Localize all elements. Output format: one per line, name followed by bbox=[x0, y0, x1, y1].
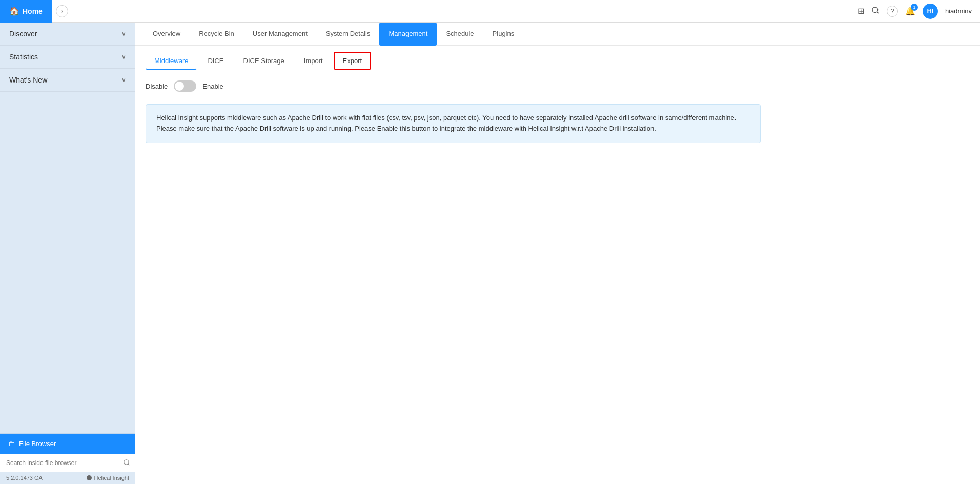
svg-point-4 bbox=[87, 475, 92, 480]
svg-line-1 bbox=[877, 12, 879, 13]
file-search-icon[interactable] bbox=[118, 455, 135, 472]
tab-schedule[interactable]: Schedule bbox=[437, 23, 483, 46]
home-button[interactable]: 🏠 Home bbox=[0, 0, 52, 23]
sidebar-footer: 🗀 File Browser 5.2.0.1473 GA Helical Ins… bbox=[0, 433, 135, 484]
tab-overview[interactable]: Overview bbox=[144, 23, 190, 46]
sidebar: Discover ∨ Statistics ∨ What's New ∨ 🗀 F… bbox=[0, 23, 135, 484]
sidebar-menu: Discover ∨ Statistics ∨ What's New ∨ bbox=[0, 23, 135, 433]
chevron-down-icon: ∨ bbox=[121, 30, 126, 37]
top-tabs-bar: Overview Recycle Bin User Management Sys… bbox=[135, 23, 980, 46]
notifications-icon[interactable]: 🔔 1 bbox=[905, 6, 915, 16]
sub-tab-middleware[interactable]: Middleware bbox=[146, 52, 197, 70]
sub-tab-import[interactable]: Import bbox=[295, 52, 332, 69]
chevron-right-icon: › bbox=[61, 8, 63, 15]
tab-user-management[interactable]: User Management bbox=[243, 23, 317, 46]
file-browser-label: File Browser bbox=[19, 440, 56, 448]
folder-icon: 🗀 bbox=[8, 440, 15, 448]
expand-button[interactable]: › bbox=[56, 5, 68, 17]
sub-tabs-bar: Middleware DICE DICE Storage Import Expo… bbox=[135, 46, 980, 70]
chevron-down-icon: ∨ bbox=[121, 76, 126, 84]
info-box: Helical Insight supports middleware such… bbox=[146, 104, 761, 143]
sub-tab-dice-storage[interactable]: DICE Storage bbox=[235, 52, 293, 69]
chevron-down-icon: ∨ bbox=[121, 53, 126, 60]
sidebar-discover-label: Discover bbox=[9, 30, 37, 38]
tab-management[interactable]: Management bbox=[379, 23, 437, 46]
navbar-left: 🏠 Home › bbox=[0, 0, 68, 22]
home-icon: 🏠 bbox=[9, 6, 19, 16]
main-content: Overview Recycle Bin User Management Sys… bbox=[135, 23, 980, 484]
home-label: Home bbox=[23, 7, 43, 15]
tab-recycle-bin[interactable]: Recycle Bin bbox=[190, 23, 243, 46]
notification-badge: 1 bbox=[911, 4, 918, 11]
file-search-container bbox=[0, 454, 135, 472]
sub-tab-export[interactable]: Export bbox=[334, 52, 372, 70]
navbar-right: ⊞ ? 🔔 1 HI hiadminv bbox=[858, 4, 972, 19]
tab-plugins[interactable]: Plugins bbox=[483, 23, 524, 46]
content-area: Disable Enable Helical Insight supports … bbox=[135, 70, 980, 484]
help-icon[interactable]: ? bbox=[887, 6, 898, 17]
toggle-row: Disable Enable bbox=[146, 80, 970, 92]
tab-system-details[interactable]: System Details bbox=[317, 23, 380, 46]
svg-line-3 bbox=[128, 463, 130, 465]
sidebar-whats-new-label: What's New bbox=[9, 76, 47, 84]
svg-point-0 bbox=[872, 7, 878, 13]
version-label: 5.2.0.1473 GA bbox=[6, 475, 43, 481]
search-inside-file-browser-input[interactable] bbox=[0, 454, 118, 472]
enable-toggle[interactable] bbox=[174, 80, 196, 92]
sidebar-item-whats-new[interactable]: What's New ∨ bbox=[0, 69, 135, 92]
file-browser-button[interactable]: 🗀 File Browser bbox=[0, 434, 135, 454]
disable-label: Disable bbox=[146, 83, 168, 90]
sidebar-item-discover[interactable]: Discover ∨ bbox=[0, 23, 135, 46]
enable-label: Enable bbox=[202, 83, 223, 90]
sidebar-item-statistics[interactable]: Statistics ∨ bbox=[0, 46, 135, 69]
sub-tab-dice[interactable]: DICE bbox=[199, 52, 232, 69]
svg-point-2 bbox=[124, 459, 129, 464]
version-bar: 5.2.0.1473 GA Helical Insight bbox=[0, 472, 135, 484]
username-label[interactable]: hiadminv bbox=[945, 7, 972, 15]
grid-icon[interactable]: ⊞ bbox=[858, 6, 864, 16]
search-icon[interactable] bbox=[871, 6, 880, 16]
user-avatar[interactable]: HI bbox=[923, 4, 938, 19]
top-navbar: 🏠 Home › ⊞ ? 🔔 1 HI hiadminv bbox=[0, 0, 980, 23]
sidebar-statistics-label: Statistics bbox=[9, 53, 38, 61]
powered-by-label: Helical Insight bbox=[86, 475, 129, 481]
info-text: Helical Insight supports middleware such… bbox=[156, 114, 736, 132]
